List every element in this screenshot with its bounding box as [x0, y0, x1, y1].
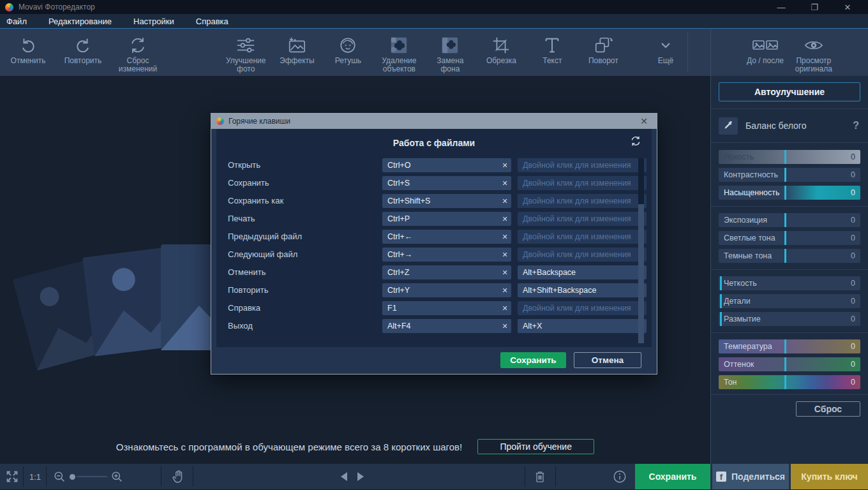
menu-item-1[interactable]: Редактирование [49, 17, 112, 26]
reset-shortcuts-button[interactable] [630, 135, 641, 147]
slider-0-1[interactable]: Контрастность0 [719, 168, 860, 182]
zoom-slider-track[interactable] [77, 476, 107, 477]
slider-tick[interactable] [784, 375, 786, 389]
hotkey-primary-input[interactable]: Ctrl+Shift+S✕ [382, 194, 511, 208]
hotkey-secondary-input[interactable]: Alt+X✕ [518, 319, 647, 333]
zoom-in-button[interactable] [111, 471, 123, 483]
dialog-close-button[interactable]: ✕ [636, 116, 652, 126]
zoom-out-button[interactable] [54, 471, 66, 483]
hotkey-secondary-input[interactable]: Двойной клик для изменения✕ [518, 176, 647, 190]
buy-key-button[interactable]: Купить ключ [791, 464, 868, 489]
hotkey-primary-input[interactable]: Ctrl+Y✕ [382, 283, 511, 297]
menu-item-0[interactable]: Файл [6, 17, 27, 26]
before-after-button[interactable]: До / после [747, 29, 784, 76]
toolbar-button-enhance-photo[interactable]: Улучшение фото [223, 29, 268, 76]
slider-3-1[interactable]: Оттенок0 [719, 357, 860, 371]
slider-3-0[interactable]: Температура0 [719, 339, 860, 353]
hotkey-secondary-input[interactable]: Двойной клик для изменения✕ [518, 230, 647, 244]
slider-2-1[interactable]: Детали0 [719, 294, 860, 308]
reset-adjustments-button[interactable]: Сброс [796, 401, 860, 417]
slider-tick[interactable] [784, 168, 786, 182]
toolbar-button-crop[interactable]: Обрезка [479, 29, 523, 76]
actual-size-button[interactable]: 1:1 [27, 464, 43, 489]
menu-item-2[interactable]: Настройки [133, 17, 174, 26]
clear-hotkey-icon[interactable]: ✕ [498, 269, 511, 277]
start-tutorial-button[interactable]: Пройти обучение [477, 439, 594, 454]
slider-0-0[interactable]: Яркость0 [719, 150, 860, 164]
slider-tick[interactable] [720, 276, 722, 290]
more-tools-button[interactable]: Ещё [647, 29, 684, 76]
slider-tick[interactable] [784, 339, 786, 353]
slider-2-2[interactable]: Размытие0 [719, 312, 860, 326]
clear-hotkey-icon[interactable]: ✕ [498, 179, 511, 188]
hotkey-primary-input[interactable]: Ctrl+O✕ [382, 158, 511, 172]
white-balance-help-button[interactable]: ? [853, 120, 860, 131]
hotkey-primary-input[interactable]: Ctrl+→✕ [382, 248, 511, 262]
slider-3-2[interactable]: Тон0 [719, 375, 860, 389]
view-original-button[interactable]: Просмотр оригинала [795, 29, 832, 76]
toolbar-button-retouch[interactable]: Ретушь [326, 29, 370, 76]
hotkey-secondary-input[interactable]: Двойной клик для изменения✕ [518, 248, 647, 262]
hotkey-secondary-input[interactable]: Двойной клик для изменения✕ [518, 301, 647, 315]
toolbar-button-undo[interactable]: Отменить [4, 29, 52, 76]
slider-tick[interactable] [784, 150, 786, 164]
dialog-save-button[interactable]: Сохранить [500, 352, 566, 368]
toolbar-button-object-removal[interactable]: Удаление объектов [377, 29, 421, 76]
clear-hotkey-icon[interactable]: ✕ [498, 286, 511, 295]
slider-tick[interactable] [720, 312, 722, 326]
slider-tick[interactable] [784, 186, 786, 200]
next-photo-button[interactable] [357, 472, 364, 481]
slider-tick[interactable] [784, 357, 786, 371]
clear-hotkey-icon[interactable]: ✕ [498, 161, 511, 170]
slider-1-0[interactable]: Экспозиция0 [719, 213, 860, 227]
hotkey-secondary-input[interactable]: Двойной клик для изменения✕ [518, 194, 647, 208]
clear-hotkey-icon[interactable]: ✕ [498, 197, 511, 205]
toolbar-button-effects[interactable]: Эффекты [274, 29, 319, 76]
dialog-scrollbar-thumb[interactable] [638, 204, 644, 343]
menu-item-3[interactable]: Справка [196, 17, 228, 26]
pan-hand-button[interactable] [168, 464, 188, 489]
hotkey-primary-input[interactable]: Ctrl+S✕ [382, 176, 511, 190]
hotkey-secondary-input[interactable]: Двойной клик для изменения✕ [518, 158, 647, 172]
hotkey-primary-input[interactable]: F1✕ [382, 301, 511, 315]
toolbar-button-redo[interactable]: Повторить [59, 29, 107, 76]
share-button[interactable]: f Поделиться [712, 464, 789, 489]
clear-hotkey-icon[interactable]: ✕ [498, 304, 511, 313]
restore-button[interactable]: ❐ [807, 3, 822, 12]
hotkey-primary-input[interactable]: Ctrl+←✕ [382, 230, 511, 244]
hotkey-primary-input[interactable]: Ctrl+P✕ [382, 212, 511, 226]
dialog-scrollbar[interactable] [638, 158, 644, 343]
slider-1-2[interactable]: Темные тона0 [719, 249, 860, 263]
hotkey-secondary-input[interactable]: Alt+Backspace✕ [518, 265, 647, 279]
clear-hotkey-icon[interactable]: ✕ [498, 322, 511, 330]
hotkey-secondary-input[interactable]: Alt+Shift+Backspace✕ [518, 283, 647, 297]
previous-photo-button[interactable] [341, 472, 347, 481]
toolbar-button-rotate[interactable]: Поворот [581, 29, 625, 76]
slider-1-1[interactable]: Светлые тона0 [719, 231, 860, 245]
save-photo-button[interactable]: Сохранить [635, 464, 710, 489]
slider-2-0[interactable]: Четкость0 [719, 276, 860, 290]
clear-hotkey-icon[interactable]: ✕ [498, 233, 511, 241]
slider-tick[interactable] [784, 249, 786, 263]
toolbar-button-reset-changes[interactable]: Сброс изменений [114, 29, 162, 76]
toolbar-button-text[interactable]: Текст [530, 29, 574, 76]
white-balance-eyedropper-button[interactable] [719, 117, 738, 135]
dialog-cancel-button[interactable]: Отмена [574, 352, 641, 368]
slider-tick[interactable] [720, 294, 722, 308]
slider-0-2[interactable]: Насыщенность0 [719, 186, 860, 200]
clear-hotkey-icon[interactable]: ✕ [498, 251, 511, 259]
info-button[interactable] [610, 464, 629, 489]
close-button[interactable]: ✕ [840, 3, 855, 12]
clear-hotkey-icon[interactable]: ✕ [498, 215, 511, 223]
slider-tick[interactable] [784, 213, 786, 227]
slider-tick[interactable] [784, 231, 786, 245]
minimize-button[interactable]: — [774, 3, 789, 12]
toolbar-button-background-replace[interactable]: Замена фона [428, 29, 472, 76]
hotkey-primary-input[interactable]: Ctrl+Z✕ [382, 265, 511, 279]
delete-photo-button[interactable] [530, 464, 550, 489]
zoom-slider-handle[interactable] [70, 474, 75, 480]
fit-to-screen-button[interactable] [4, 464, 20, 489]
auto-enhance-button[interactable]: Автоулучшение [719, 82, 860, 101]
hotkey-secondary-input[interactable]: Двойной клик для изменения✕ [518, 212, 647, 226]
hotkey-primary-input[interactable]: Alt+F4✕ [382, 319, 511, 333]
